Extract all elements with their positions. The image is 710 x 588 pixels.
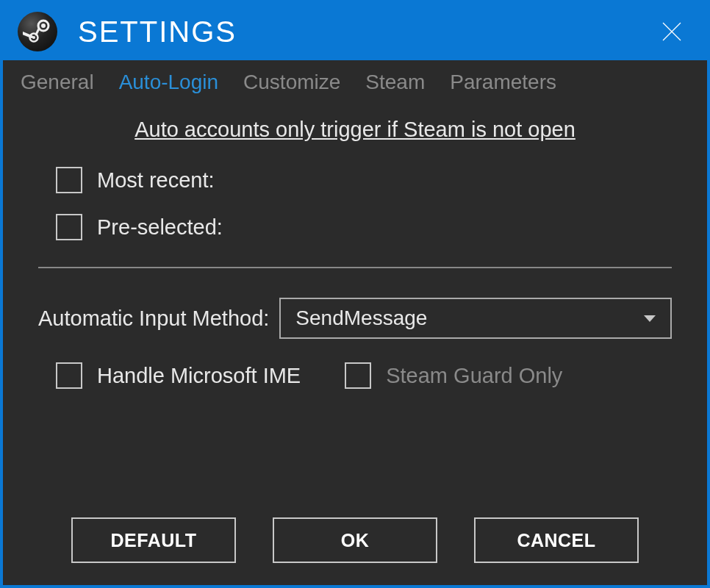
pre-selected-label: Pre-selected: — [97, 215, 223, 240]
handle-ime-label: Handle Microsoft IME — [97, 364, 301, 388]
chevron-down-icon — [644, 315, 656, 322]
input-method-row: Automatic Input Method: SendMessage — [38, 298, 672, 339]
close-icon — [661, 21, 683, 43]
input-method-dropdown[interactable]: SendMessage — [279, 298, 672, 339]
most-recent-label: Most recent: — [97, 168, 215, 193]
ok-button[interactable]: OK — [273, 517, 437, 563]
tab-customize[interactable]: Customize — [243, 71, 340, 94]
steam-guard-label: Steam Guard Only — [386, 364, 562, 388]
content-panel: Auto accounts only trigger if Steam is n… — [3, 107, 707, 585]
steam-guard-row: Steam Guard Only — [345, 362, 562, 389]
default-button[interactable]: DEFAULT — [71, 517, 236, 563]
handle-ime-row: Handle Microsoft IME — [56, 362, 301, 389]
pre-selected-checkbox[interactable] — [56, 214, 82, 240]
secondary-options: Handle Microsoft IME Steam Guard Only — [38, 362, 672, 389]
close-button[interactable] — [657, 17, 686, 46]
settings-window: SETTINGS General Auto-Login Customize St… — [0, 0, 710, 588]
tab-steam[interactable]: Steam — [365, 71, 425, 94]
svg-point-1 — [41, 24, 46, 28]
handle-ime-checkbox[interactable] — [56, 362, 82, 389]
divider — [38, 267, 672, 268]
info-text: Auto accounts only trigger if Steam is n… — [38, 118, 672, 142]
most-recent-row: Most recent: — [38, 167, 672, 193]
tab-parameters[interactable]: Parameters — [450, 71, 556, 94]
button-row: DEFAULT OK CANCEL — [38, 517, 672, 585]
tab-bar: General Auto-Login Customize Steam Param… — [3, 60, 707, 107]
input-method-value: SendMessage — [295, 306, 427, 330]
titlebar: SETTINGS — [3, 3, 707, 60]
most-recent-checkbox[interactable] — [56, 167, 82, 193]
tab-auto-login[interactable]: Auto-Login — [119, 71, 218, 94]
pre-selected-row: Pre-selected: — [38, 214, 672, 240]
steam-icon — [18, 12, 57, 51]
tab-general[interactable]: General — [21, 71, 94, 94]
input-method-label: Automatic Input Method: — [38, 306, 269, 331]
window-title: SETTINGS — [78, 15, 237, 49]
steam-guard-checkbox[interactable] — [345, 362, 371, 389]
cancel-button[interactable]: CANCEL — [474, 517, 639, 563]
